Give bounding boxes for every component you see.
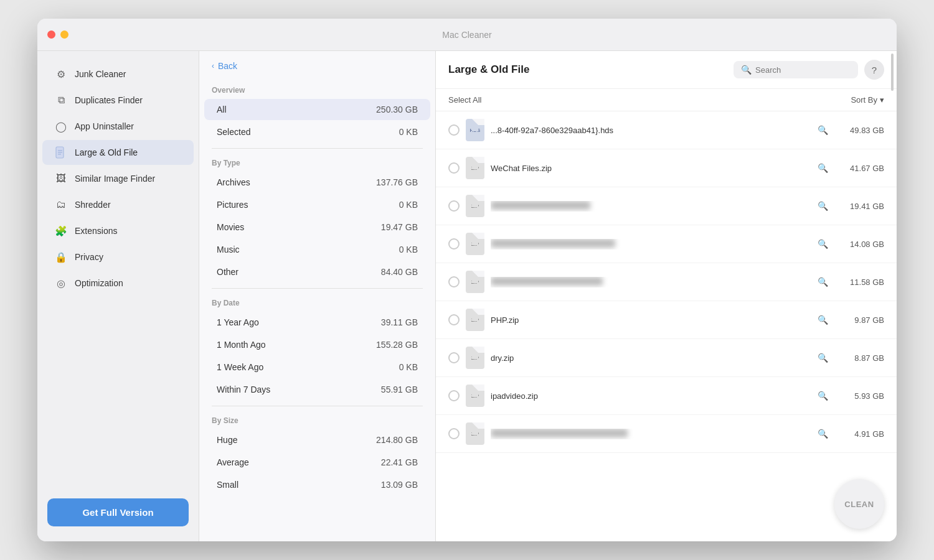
search-box[interactable]: 🔍: [734, 61, 858, 78]
file-row[interactable]: ZIP dry.zip 🔍 8.87 GB: [436, 339, 897, 377]
sidebar-item-optimization[interactable]: ◎ Optimization: [42, 271, 194, 296]
scrollbar[interactable]: [890, 51, 894, 541]
file-checkbox-3[interactable]: [448, 200, 460, 212]
file-search-icon-4[interactable]: 🔍: [818, 239, 828, 249]
file-size-5: 11.58 GB: [834, 278, 884, 287]
back-label: Back: [218, 61, 237, 71]
file-icon-zip: ZIP: [466, 309, 484, 331]
sidebar-item-extensions[interactable]: 🧩 Extensions: [42, 218, 194, 243]
file-checkbox-5[interactable]: [448, 276, 460, 287]
file-row[interactable]: HDS ...8-40ff-92a7-860e329aab41}.hds 🔍 4…: [436, 111, 897, 149]
file-icon-zip: ZIP: [466, 157, 484, 179]
sidebar-item-shredder[interactable]: 🗂 Shredder: [42, 192, 194, 217]
file-search-icon-6[interactable]: 🔍: [818, 315, 828, 325]
file-search-icon-3[interactable]: 🔍: [818, 201, 828, 211]
svg-rect-1: [58, 150, 62, 151]
svg-rect-3: [58, 154, 61, 155]
sidebar-label-similar-image-finder: Similar Image Finder: [75, 174, 155, 184]
file-checkbox-8[interactable]: [448, 390, 460, 401]
type-pictures-row[interactable]: Pictures 0 KB: [204, 194, 430, 215]
type-other-row[interactable]: Other 84.40 GB: [204, 261, 430, 282]
pictures-label: Pictures: [217, 200, 248, 210]
file-checkbox-7[interactable]: [448, 352, 460, 363]
huge-value: 214.80 GB: [376, 435, 418, 445]
file-list-header: Select All Sort By ▾: [436, 89, 897, 111]
by-size-section-label: By Size: [199, 411, 435, 429]
right-panel: Large & Old File 🔍 ? Select All Sort By …: [436, 51, 897, 541]
file-checkbox-6[interactable]: [448, 314, 460, 325]
back-navigation[interactable]: ‹ Back: [199, 61, 435, 81]
file-checkbox-1[interactable]: [448, 124, 460, 136]
help-button[interactable]: ?: [864, 60, 884, 80]
file-list: HDS ...8-40ff-92a7-860e329aab41}.hds 🔍 4…: [436, 111, 897, 541]
size-average-row[interactable]: Average 22.41 GB: [204, 452, 430, 473]
file-checkbox-9[interactable]: [448, 428, 460, 439]
other-value: 84.40 GB: [381, 267, 418, 277]
size-small-row[interactable]: Small 13.09 GB: [204, 474, 430, 495]
doc-icon: [55, 146, 67, 159]
file-icon-zip: ZIP: [466, 347, 484, 369]
week-ago-label: 1 Week Ago: [217, 362, 263, 372]
file-search-icon-2[interactable]: 🔍: [818, 163, 828, 173]
file-row[interactable]: ZIP 🔍 4.91 GB: [436, 415, 897, 453]
sidebar-item-large-old-file[interactable]: Large & Old File: [42, 140, 194, 165]
sort-by-control[interactable]: Sort By ▾: [851, 95, 884, 105]
file-name-6: PHP.zip: [491, 315, 811, 325]
sidebar-item-junk-cleaner[interactable]: ⚙ Junk Cleaner: [42, 62, 194, 86]
date-month-ago-row[interactable]: 1 Month Ago 155.28 GB: [204, 334, 430, 355]
file-row[interactable]: ZIP ipadvideo.zip 🔍 5.93 GB: [436, 377, 897, 415]
date-within-7-days-row[interactable]: Within 7 Days 55.91 GB: [204, 379, 430, 400]
type-movies-row[interactable]: Movies 19.47 GB: [204, 217, 430, 238]
file-size-4: 14.08 GB: [834, 240, 884, 249]
sidebar-label-privacy: Privacy: [75, 252, 103, 262]
date-year-ago-row[interactable]: 1 Year Ago 39.11 GB: [204, 312, 430, 333]
search-input[interactable]: [755, 65, 851, 75]
file-name-9: [491, 429, 811, 439]
shredder-icon: 🗂: [55, 198, 67, 211]
file-size-1: 49.83 GB: [834, 126, 884, 135]
average-value: 22.41 GB: [381, 457, 418, 467]
type-music-row[interactable]: Music 0 KB: [204, 239, 430, 260]
circle-icon: ◯: [55, 120, 67, 133]
clean-button[interactable]: CLEAN: [834, 479, 884, 529]
gear-icon: ⚙: [55, 68, 67, 80]
right-header: Large & Old File 🔍 ?: [436, 51, 897, 89]
size-huge-row[interactable]: Huge 214.80 GB: [204, 429, 430, 450]
file-search-icon-5[interactable]: 🔍: [818, 277, 828, 287]
file-checkbox-2[interactable]: [448, 162, 460, 174]
overview-all-row[interactable]: All 250.30 GB: [204, 99, 430, 120]
file-row[interactable]: ZIP 🔍 11.58 GB: [436, 263, 897, 301]
date-week-ago-row[interactable]: 1 Week Ago 0 KB: [204, 357, 430, 378]
file-row[interactable]: ZIP PHP.zip 🔍 9.87 GB: [436, 301, 897, 339]
sidebar-item-similar-image-finder[interactable]: 🖼 Similar Image Finder: [42, 166, 194, 191]
select-all-label[interactable]: Select All: [448, 95, 481, 105]
file-row[interactable]: ZIP WeChat Files.zip 🔍 41.67 GB: [436, 149, 897, 187]
within-7-days-value: 55.91 GB: [381, 385, 418, 394]
file-row[interactable]: ZIP 🔍 14.08 GB: [436, 225, 897, 263]
type-archives-row[interactable]: Archives 137.76 GB: [204, 172, 430, 193]
overview-selected-row[interactable]: Selected 0 KB: [204, 121, 430, 142]
sidebar-item-duplicates-finder[interactable]: ⧉ Duplicates Finder: [42, 88, 194, 113]
file-icon-zip: ZIP: [466, 385, 484, 407]
sidebar-item-privacy[interactable]: 🔒 Privacy: [42, 245, 194, 269]
file-icon-zip: ZIP: [466, 422, 484, 445]
pictures-value: 0 KB: [399, 200, 418, 210]
file-size-9: 4.91 GB: [834, 429, 884, 439]
file-row[interactable]: ZIP 🔍 19.41 GB: [436, 187, 897, 225]
sidebar-item-app-uninstaller[interactable]: ◯ App Uninstaller: [42, 114, 194, 139]
file-size-3: 19.41 GB: [834, 202, 884, 211]
minimize-button[interactable]: [60, 30, 68, 39]
scrollbar-thumb[interactable]: [891, 54, 894, 91]
by-date-section-label: By Date: [199, 294, 435, 311]
huge-label: Huge: [217, 435, 237, 445]
sidebar-label-junk-cleaner: Junk Cleaner: [75, 69, 126, 79]
music-value: 0 KB: [399, 245, 418, 254]
file-search-icon-9[interactable]: 🔍: [818, 429, 828, 439]
file-search-icon-1[interactable]: 🔍: [818, 125, 828, 135]
file-search-icon-8[interactable]: 🔍: [818, 391, 828, 401]
get-full-version-button[interactable]: Get Full Version: [47, 498, 189, 526]
file-search-icon-7[interactable]: 🔍: [818, 353, 828, 363]
close-button[interactable]: [47, 30, 55, 39]
file-checkbox-4[interactable]: [448, 238, 460, 250]
sidebar-label-large-old-file: Large & Old File: [75, 147, 138, 157]
